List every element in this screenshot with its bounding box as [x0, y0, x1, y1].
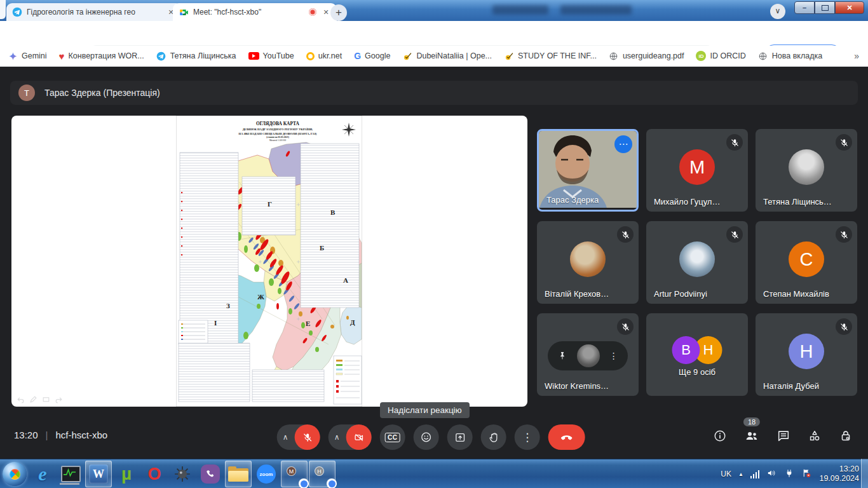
camera-options-chevron-icon[interactable]: ∧: [334, 424, 340, 450]
close-button[interactable]: ✕: [835, 1, 864, 14]
pin-icon[interactable]: [557, 351, 567, 361]
presenter-name: Тарас Здерка (Презентація): [44, 88, 160, 98]
leave-call-button[interactable]: [548, 424, 585, 450]
background-window-edge: [0, 0, 6, 19]
pen-icon[interactable]: [29, 395, 37, 403]
participant-tile-self[interactable]: ⋯ Тарас Здерка: [537, 129, 639, 212]
bookmark-label: ID ORCID: [710, 51, 745, 60]
stacked-avatars: В Н: [672, 336, 722, 364]
mic-muted-icon: [836, 134, 852, 151]
bookmark-conversion[interactable]: ♥ Конвертация WOR...: [59, 51, 144, 62]
heart-icon: ♥: [59, 51, 65, 62]
bookmark-study[interactable]: STUDY OF THE INF...: [504, 51, 597, 61]
avatar: М: [679, 149, 715, 185]
background-window-title-blur: [492, 5, 548, 15]
hidden-icons-chevron[interactable]: ▲: [738, 471, 743, 477]
taskbar-file-explorer[interactable]: [225, 461, 252, 487]
viber-icon: [201, 464, 220, 484]
taskbar-utorrent[interactable]: µ: [113, 461, 140, 487]
power-plug-icon[interactable]: [784, 468, 794, 480]
restore-button[interactable]: [815, 1, 835, 14]
participant-tile[interactable]: Artur Podviinyi: [646, 221, 748, 304]
presentation-surface[interactable]: Г В Б А Ж З І Е Д ОГЛЯДОВА КАРТА ДІЛЯНОК…: [11, 116, 527, 407]
tile-options-button[interactable]: ⋯: [614, 135, 632, 153]
host-controls-lock-icon[interactable]: [839, 429, 853, 445]
system-tray: UK ▲ 13:20 19.09.2024: [721, 459, 859, 488]
reactions-button[interactable]: [414, 424, 439, 450]
bookmark-dubei[interactable]: DubeiNataliia | Ope...: [402, 51, 492, 61]
captions-button[interactable]: CC: [380, 424, 405, 450]
bookmark-userguide[interactable]: userguideang.pdf: [609, 51, 684, 61]
participant-tile[interactable]: Віталій Крехов…: [537, 221, 639, 304]
volume-icon[interactable]: [766, 468, 777, 480]
bookmark-telegram-contact[interactable]: Тетяна Ліщинська: [156, 51, 236, 61]
bookmark-newtab[interactable]: Нова вкладка: [758, 51, 822, 61]
meet-page: Т Тарас Здерка (Презентація): [0, 67, 868, 459]
participants-grid: ⋯ Тарас Здерка М Михайло Гуцул… Тетяна Л…: [537, 129, 857, 396]
bookmark-google[interactable]: G Google: [354, 51, 390, 61]
network-signal-icon[interactable]: [750, 470, 760, 478]
desktop: Гідрогеологія та інженерна гео ✕ Meet: "…: [0, 0, 868, 488]
tab-search-button[interactable]: ∨: [770, 4, 785, 19]
taskbar-system-monitor[interactable]: [57, 461, 84, 487]
map-region-label: А: [343, 276, 348, 284]
more-participants-label: Ще 9 осіб: [646, 367, 748, 377]
tab-close-icon[interactable]: ✕: [321, 7, 331, 17]
bookmark-gemini[interactable]: Gemini: [8, 51, 47, 61]
bookmark-label: Gemini: [22, 51, 47, 60]
mic-off-button[interactable]: [295, 424, 320, 450]
start-button[interactable]: [1, 461, 28, 487]
meet-panel-icons: 18: [713, 428, 853, 446]
mine-icon: [174, 466, 191, 482]
activities-icon[interactable]: [808, 429, 822, 445]
new-tab-button[interactable]: +: [330, 4, 347, 21]
map-region-label: Г: [268, 200, 272, 208]
chat-panel-icon[interactable]: [776, 429, 790, 445]
meeting-details-icon[interactable]: [713, 429, 727, 445]
bookmark-youtube[interactable]: YouTube: [248, 51, 294, 60]
camera-control-group[interactable]: ∧: [329, 424, 372, 450]
redo-arrow-icon[interactable]: [55, 395, 63, 403]
participant-name: Artur Podviinyi: [654, 289, 707, 299]
overflow-participants-tile[interactable]: В Н Ще 9 осіб: [646, 313, 748, 396]
language-indicator[interactable]: UK: [721, 470, 731, 478]
present-screen-button[interactable]: [447, 424, 473, 450]
profile-badge: M: [287, 466, 296, 476]
tab-telegram[interactable]: Гідрогеологія та інженерна гео ✕: [6, 3, 182, 21]
participant-tile[interactable]: Н Наталія Дубей: [756, 313, 857, 396]
taskbar-opera[interactable]: O: [141, 461, 168, 487]
taskbar-zoom[interactable]: zoom: [253, 461, 280, 487]
participant-tile[interactable]: М Михайло Гуцул…: [646, 129, 748, 212]
mic-muted-icon: [836, 318, 852, 335]
tile-more-options-icon[interactable]: ⋮: [609, 351, 618, 361]
minimize-button[interactable]: –: [794, 1, 815, 14]
show-desktop-button[interactable]: [861, 459, 868, 488]
tray-clock[interactable]: 13:20 19.09.2024: [819, 464, 859, 484]
meeting-info: 13:20 | hcf-hsct-xbo: [14, 430, 107, 440]
raise-hand-button[interactable]: [481, 424, 506, 450]
participants-panel-icon[interactable]: 18: [744, 428, 759, 446]
taskbar-viber[interactable]: [197, 461, 224, 487]
shape-icon[interactable]: [42, 395, 50, 403]
taskbar-chrome-profile-m[interactable]: M: [281, 461, 308, 487]
camera-off-button[interactable]: [346, 424, 372, 450]
bookmark-label: ukr.net: [318, 51, 342, 60]
more-options-button[interactable]: ⋮: [515, 424, 540, 450]
more-options-icon: ⋮: [522, 431, 532, 444]
taskbar-word[interactable]: W: [85, 461, 112, 487]
participant-tile[interactable]: ⋮ Wiktor Kremins…: [537, 313, 639, 396]
participant-tile[interactable]: С Степан Михайлів: [756, 221, 857, 304]
mic-options-chevron-icon[interactable]: ∧: [283, 424, 288, 450]
action-center-flag-icon[interactable]: [801, 468, 812, 480]
bookmark-orcid[interactable]: iD ID ORCID: [696, 51, 745, 61]
bookmark-ukrnet[interactable]: ukr.net: [306, 51, 342, 60]
tab-meet[interactable]: Meet: "hcf-hsct-xbo" ✕: [173, 3, 337, 21]
taskbar-internet-explorer[interactable]: e: [29, 461, 56, 487]
mic-control-group[interactable]: ∧: [277, 424, 320, 450]
participant-name: Наталія Дубей: [763, 381, 819, 391]
taskbar-minesweeper[interactable]: [169, 461, 196, 487]
bookmarks-overflow-icon[interactable]: »: [854, 51, 859, 61]
undo-arrow-icon[interactable]: [17, 395, 25, 403]
participant-tile[interactable]: Тетяна Ліщинсь…: [756, 129, 857, 212]
taskbar-chrome-profile-h[interactable]: H: [309, 461, 336, 487]
